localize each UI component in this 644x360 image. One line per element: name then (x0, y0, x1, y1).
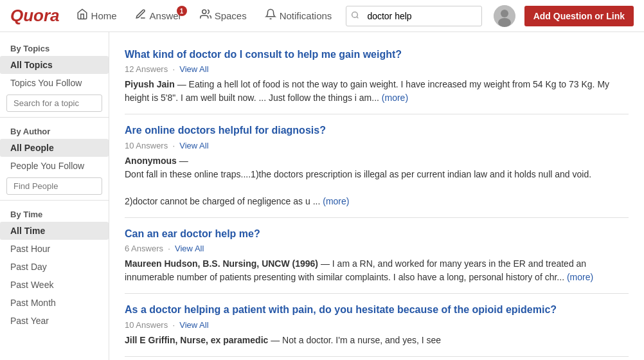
answer-badge: 1 (177, 6, 187, 16)
question-meta-3: 10 Answers · View All (125, 320, 629, 330)
sidebar-item-topics-you-follow[interactable]: Topics You Follow (0, 74, 109, 92)
answer-count-2: 6 Answers (125, 244, 163, 253)
nav-spaces-label: Spaces (215, 10, 247, 21)
view-all-3[interactable]: View All (179, 320, 208, 330)
svg-line-2 (357, 17, 358, 18)
main-content: What kind of doctor do I consult to help… (109, 32, 644, 360)
logo[interactable]: Quora (10, 6, 60, 26)
question-meta-0: 12 Answers · View All (125, 64, 629, 74)
answer-count-1: 10 Answers (125, 141, 168, 150)
question-item-3: As a doctor helping a patient with pain,… (125, 294, 629, 356)
avatar[interactable] (494, 5, 515, 27)
sidebar-time-section: By Time All Time Past Hour Past Day Past… (0, 204, 109, 330)
body-text-1: —Dont fall in these online traps....1)th… (125, 156, 591, 206)
author-0: Piyush Jain (125, 79, 175, 89)
sidebar-item-all-time[interactable]: All Time (0, 222, 109, 240)
question-title-2[interactable]: Can an ear doctor help me? (125, 227, 629, 241)
nav-answer[interactable]: Answer 1 (129, 4, 188, 27)
search-input[interactable] (346, 6, 481, 26)
view-all-1[interactable]: View All (179, 141, 208, 150)
search-box (346, 6, 481, 26)
sidebar-item-past-month[interactable]: Past Month (0, 294, 109, 312)
nav-notifications[interactable]: Notifications (258, 4, 339, 27)
question-body-3: Jill E Griffin, Nurse, ex paramedic — No… (125, 334, 629, 347)
question-meta-2: 6 Answers · View All (125, 244, 629, 253)
more-link-0[interactable]: (more) (382, 93, 408, 103)
question-item-0: What kind of doctor do I consult to help… (125, 39, 629, 114)
answer-count-0: 12 Answers (125, 64, 168, 74)
question-body-2: Maureen Hudson, B.S. Nursing, UNCW (1996… (125, 257, 629, 284)
sidebar-item-past-day[interactable]: Past Day (0, 258, 109, 276)
author-section-title: By Author (0, 122, 109, 139)
question-item-2: Can an ear doctor help me? 6 Answers · V… (125, 218, 629, 294)
topics-section-title: By Topics (0, 39, 109, 56)
answer-icon (135, 8, 147, 23)
author-1: Anonymous (125, 156, 177, 166)
svg-point-5 (498, 18, 511, 27)
question-item-1: Are online doctors helpful for diagnosis… (125, 114, 629, 217)
topic-search-input[interactable] (6, 94, 102, 112)
question-body-0: Piyush Jain — Eating a hell lot of food … (125, 78, 629, 105)
sidebar-item-past-hour[interactable]: Past Hour (0, 240, 109, 258)
svg-point-4 (501, 10, 508, 17)
question-meta-1: 10 Answers · View All (125, 141, 629, 150)
view-all-2[interactable]: View All (175, 244, 204, 253)
home-icon (76, 8, 88, 23)
time-section-title: By Time (0, 204, 109, 222)
sidebar-item-people-you-follow[interactable]: People You Follow (0, 157, 109, 175)
view-all-0[interactable]: View All (179, 64, 208, 74)
sidebar-item-past-year[interactable]: Past Year (0, 312, 109, 330)
sidebar-topics-section: By Topics All Topics Topics You Follow (0, 39, 109, 112)
body-text-0: — Eating a hell lot of food is not the w… (125, 79, 609, 103)
nav-spaces[interactable]: Spaces (193, 4, 253, 27)
author-3: Jill E Griffin, Nurse, ex paramedic (125, 335, 268, 345)
more-link-1[interactable]: (more) (323, 196, 349, 206)
sidebar-people-search-wrap (6, 177, 102, 195)
svg-point-0 (202, 10, 206, 14)
nav-home-label: Home (91, 10, 117, 21)
bell-icon (265, 8, 276, 23)
question-title-1[interactable]: Are online doctors helpful for diagnosis… (125, 123, 629, 138)
sidebar: By Topics All Topics Topics You Follow B… (0, 32, 109, 360)
sidebar-topic-search-wrap (6, 94, 102, 112)
add-question-button[interactable]: Add Question or Link (524, 6, 634, 26)
sidebar-author-section: By Author All People People You Follow (0, 122, 109, 195)
svg-point-1 (352, 12, 358, 17)
nav-notifications-label: Notifications (280, 10, 332, 21)
find-people-input[interactable] (6, 177, 102, 195)
spaces-icon (200, 8, 211, 23)
more-link-2[interactable]: (more) (567, 272, 593, 282)
body-text-3: — Not a doctor. I'm a nurse, and yes, I … (271, 335, 441, 345)
answer-count-3: 10 Answers (125, 320, 168, 330)
sidebar-divider-2 (0, 200, 109, 201)
author-2: Maureen Hudson, B.S. Nursing, UNCW (1996… (125, 258, 318, 269)
sidebar-divider-1 (0, 117, 109, 118)
header: Quora Home Answer 1 Spaces Notifications (0, 0, 644, 32)
nav-home[interactable]: Home (70, 4, 123, 27)
question-title-3[interactable]: As a doctor helping a patient with pain,… (125, 303, 629, 317)
question-title-0[interactable]: What kind of doctor do I consult to help… (125, 48, 629, 62)
sidebar-item-past-week[interactable]: Past Week (0, 276, 109, 294)
question-body-1: Anonymous —Dont fall in these online tra… (125, 154, 629, 208)
sidebar-item-all-people[interactable]: All People (0, 139, 109, 157)
sidebar-item-all-topics[interactable]: All Topics (0, 56, 109, 74)
page-layout: By Topics All Topics Topics You Follow B… (0, 32, 644, 360)
search-icon (351, 11, 359, 21)
